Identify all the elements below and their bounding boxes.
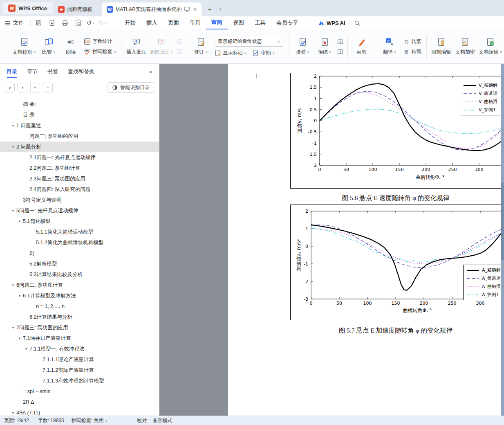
toc-item[interactable]: 则: [0, 248, 159, 259]
toc-item[interactable]: 问题三: 泵功图的应用: [0, 131, 159, 142]
new-tab-button[interactable]: +: [205, 4, 215, 14]
expand-heading-button[interactable]: ∧: [18, 83, 27, 92]
spell-check-button[interactable]: ABC拼写检查∨: [84, 48, 116, 55]
insert-comment-button[interactable]: 插入批注: [124, 35, 148, 58]
toc-item[interactable]: ▾7.1.1模型一: 有效冲程法: [0, 344, 159, 354]
document-tab[interactable]: W MATLAB实现有杆抽油系统的 ×: [102, 2, 202, 16]
toc-item[interactable]: ▾7问题三: 泵功图的应用: [0, 322, 159, 333]
sidebar-tab[interactable]: 目录: [7, 64, 17, 79]
toc-item[interactable]: 2.1问题一: 光杆悬点运动规律: [0, 152, 159, 163]
close-tab-icon[interactable]: ×: [193, 6, 197, 13]
compare-button[interactable]: 比较∨: [38, 35, 60, 58]
toc-item[interactable]: 5.1.2简化为曲柄滑块机构模型: [0, 237, 159, 248]
undo-button[interactable]: ↺∨: [87, 19, 94, 27]
expand-triangle-icon[interactable]: ▾: [16, 336, 23, 340]
smart-toc-button[interactable]: 智能识别目录: [108, 82, 154, 93]
expand-triangle-icon[interactable]: ▾: [10, 124, 16, 128]
compat-mode-badge[interactable]: 兼容模式: [152, 417, 172, 424]
expand-all-button[interactable]: +: [30, 83, 40, 92]
menu-item[interactable]: 开始: [119, 16, 141, 29]
brush-button[interactable]: 画笔: [351, 35, 373, 58]
document-page[interactable]: 050100150200250300350-2-1.5-1-0.500.511.…: [228, 64, 504, 416]
print-icon[interactable]: [61, 19, 69, 27]
traditional-button[interactable]: 繁转简: [403, 48, 421, 55]
review-button[interactable]: 审阅∨: [252, 49, 275, 56]
markup-state-dropdown[interactable]: 显示标记的最终状态∨: [215, 37, 283, 47]
file-menu-button[interactable]: 文件: [0, 16, 29, 29]
expand-triangle-icon[interactable]: ▾: [16, 219, 23, 223]
toc-item[interactable]: = spi − smin: [0, 386, 159, 397]
toc-item[interactable]: 7.1.1.1理论产液量计算: [0, 354, 159, 365]
encrypt-button[interactable]: 文档加密: [453, 35, 477, 58]
search-icon[interactable]: [354, 19, 361, 27]
vertical-scrollbar[interactable]: [501, 64, 504, 416]
reject-button[interactable]: 拒绝∨: [314, 35, 336, 58]
word-count-button[interactable]: 123字数统计: [84, 38, 116, 45]
wps-home-button[interactable]: W WPS Office: [2, 2, 53, 14]
toc-item[interactable]: 摘 要:: [0, 99, 159, 110]
toc-item[interactable]: ▾2 问题分析: [0, 142, 159, 152]
toc-item[interactable]: 6.2计算结果与分析: [0, 312, 159, 322]
toc-item[interactable]: 3符号定义与说明: [0, 195, 159, 205]
expand-triangle-icon[interactable]: ▾: [10, 209, 16, 213]
show-markup-button[interactable]: 显示标记∨: [215, 49, 247, 56]
close-sidebar-icon[interactable]: ×: [149, 68, 152, 75]
toc-item[interactable]: 5.2解析模型: [0, 259, 159, 269]
toc-item[interactable]: 7.1.1.2实际产液量计算: [0, 365, 159, 376]
doc-proof-button[interactable]: 文档校对∨: [11, 35, 38, 58]
finalize-button[interactable]: 文档定稿∨: [477, 35, 504, 58]
collapse-all-button[interactable]: −: [43, 83, 53, 92]
word-count[interactable]: 字数: 18935: [38, 417, 64, 424]
menu-item[interactable]: 引用: [184, 16, 206, 29]
collapse-heading-button[interactable]: ∨: [5, 83, 15, 92]
expand-triangle-icon[interactable]: ▾: [23, 347, 29, 351]
expand-triangle-icon[interactable]: ▾: [10, 411, 16, 415]
menu-item[interactable]: 审阅: [206, 16, 228, 29]
toc-item[interactable]: 5.3计算结果比较及分析: [0, 269, 159, 280]
save-icon[interactable]: [35, 19, 43, 27]
prev-revision-button[interactable]: [337, 38, 343, 45]
menu-item[interactable]: 会员专享: [271, 16, 304, 29]
menu-item[interactable]: 视图: [228, 16, 249, 29]
toc-item[interactable]: 7.1.1.3有效冲程的计算模型: [0, 376, 159, 386]
toc-item[interactable]: ▾6问题二: 泵功图计算: [0, 280, 159, 290]
toc-item[interactable]: ▾5.1简化模型: [0, 216, 159, 227]
delete-comment-button[interactable]: 删除批注∨: [148, 35, 175, 58]
toc-item[interactable]: ▾5问题一: 光杆悬点运动规律: [0, 205, 159, 216]
toc-item[interactable]: 2.4问题四: 深入研究的问题: [0, 184, 159, 195]
menu-item[interactable]: 工具: [249, 16, 271, 29]
toc-item[interactable]: ▾7.1油井日产液量计算: [0, 333, 159, 344]
accept-button[interactable]: 接受∨: [292, 35, 314, 58]
toc-item[interactable]: 2.3问题三: 泵功图的应用: [0, 173, 159, 184]
toc-item[interactable]: 2.2问题二: 泵功图计算: [0, 163, 159, 173]
expand-triangle-icon[interactable]: ▾: [10, 326, 16, 330]
toc-item[interactable]: 2R ∆: [0, 397, 159, 407]
sidebar-tab[interactable]: 章节: [27, 64, 38, 79]
tab-list-button[interactable]: ∨: [215, 4, 225, 14]
track-changes-button[interactable]: 修订∨: [190, 35, 212, 58]
spellcheck-status[interactable]: 拼写检查: 关闭∨: [72, 417, 108, 424]
proofread-button[interactable]: 校对: [137, 417, 147, 424]
menu-item[interactable]: 插入: [141, 16, 163, 29]
expand-triangle-icon[interactable]: ▾: [10, 145, 16, 149]
translate-button[interactable]: 文A翻译∨: [379, 35, 401, 58]
scrollbar-thumb[interactable]: [501, 182, 504, 260]
toc-item[interactable]: ▾6.1计算模型及求解方法: [0, 290, 159, 301]
toc-item[interactable]: n = 1, 2,..., n: [0, 301, 159, 312]
expand-triangle-icon[interactable]: ▾: [10, 283, 16, 287]
docer-template-tab[interactable]: 找稻壳模板: [53, 2, 98, 16]
restrict-edit-button[interactable]: 限制编辑: [430, 35, 453, 58]
menu-item[interactable]: 页面: [163, 16, 184, 29]
next-revision-button[interactable]: [337, 48, 343, 55]
read-aloud-button[interactable]: 朗读: [60, 35, 82, 58]
toc-item[interactable]: 目 录: [0, 110, 159, 120]
toc-item[interactable]: ▾1 问题重述: [0, 120, 159, 131]
sidebar-tab[interactable]: 书签: [47, 64, 58, 79]
expand-triangle-icon[interactable]: ▾: [16, 294, 23, 298]
wps-ai-button[interactable]: WPS AI: [318, 19, 345, 26]
export-icon[interactable]: [48, 19, 56, 27]
redo-button[interactable]: ↻∨: [99, 19, 106, 27]
print-preview-icon[interactable]: [74, 19, 82, 27]
simplified-button[interactable]: 简转繁: [403, 38, 421, 45]
toc-item[interactable]: ▾4S∆ (7.11): [0, 407, 159, 416]
